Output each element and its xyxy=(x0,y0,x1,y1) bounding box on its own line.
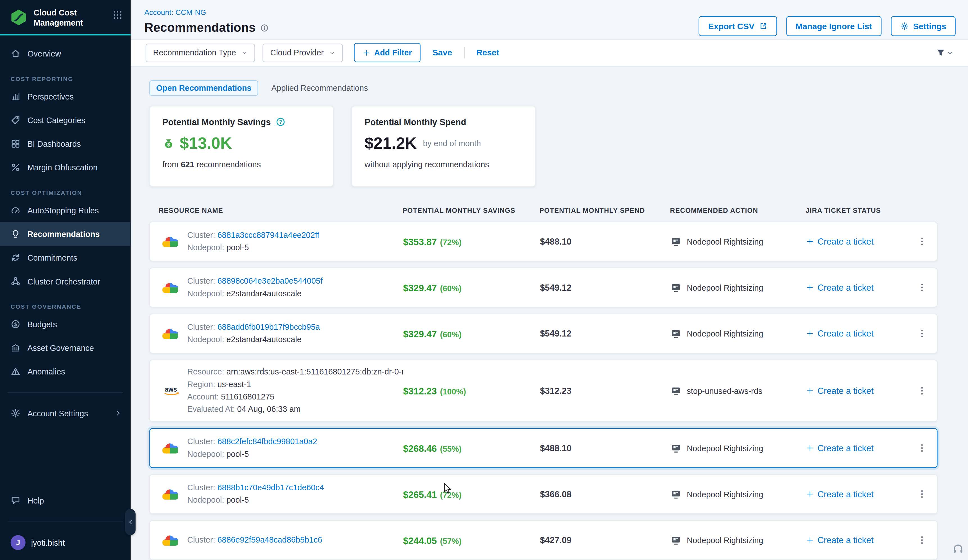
resource-link[interactable]: 6886e92f59a48cad86b5b1c6 xyxy=(217,535,322,545)
table-row[interactable]: Cluster: 68898c064e3e2ba0e544005fNodepoo… xyxy=(149,268,937,308)
create-ticket-button[interactable]: Create a ticket xyxy=(806,489,907,499)
resource-cell: Cluster: 688c2fefc84fbdc99801a0a2Nodepoo… xyxy=(159,436,403,461)
resource-line: Cluster: 6886e92f59a48cad86b5b1c6 xyxy=(187,534,322,546)
spend-cell: $427.09 xyxy=(540,535,671,545)
manage-ignore-list-button[interactable]: Manage Ignore List xyxy=(786,16,882,36)
resource-line: Cluster: 688c2fefc84fbdc99801a0a2 xyxy=(187,436,317,448)
kebab-icon xyxy=(917,443,927,453)
resource-cell: Cluster: 6886e92f59a48cad86b5b1c6 xyxy=(159,534,403,546)
plus-icon xyxy=(806,238,814,245)
sidebar-item-cluster-orchestrator[interactable]: Cluster Orchestrator xyxy=(0,269,131,293)
add-filter-button[interactable]: Add Filter xyxy=(354,43,421,63)
sidebar-item-budgets[interactable]: $Budgets xyxy=(0,312,131,336)
export-csv-button[interactable]: Export CSV xyxy=(699,16,777,36)
orchestrator-icon xyxy=(11,276,20,286)
sidebar-item-account-settings[interactable]: Account Settings xyxy=(0,401,131,425)
money-bag-icon: $ xyxy=(162,137,175,149)
resource-link[interactable]: 68898c064e3e2ba0e544005f xyxy=(217,276,322,286)
column-header-resource-name: RESOURCE NAME xyxy=(159,207,403,214)
resource-link[interactable]: 688add6fb019b17f9bccb95a xyxy=(217,323,320,332)
chevron-down-icon xyxy=(330,50,336,56)
plus-icon xyxy=(806,284,814,291)
recommendations-icon xyxy=(11,229,20,239)
chat-icon xyxy=(11,495,20,505)
summary-cards: Potential Monthly Savings ? $ $13.0K fro… xyxy=(149,106,968,187)
row-menu-button[interactable] xyxy=(907,443,937,453)
sidebar-header: Cloud Cost Management xyxy=(0,0,131,34)
table-row[interactable]: Cluster: 6888b1c70e49db17c1de60c4Nodepoo… xyxy=(149,474,937,514)
filter-bar: Recommendation TypeCloud Provider Add Fi… xyxy=(131,39,968,66)
help-circle-icon[interactable]: ? xyxy=(276,117,285,127)
sidebar-item-recommendations[interactable]: Recommendations xyxy=(0,222,131,246)
sidebar-item-help[interactable]: Help xyxy=(0,489,131,512)
apps-grid-icon[interactable] xyxy=(113,10,123,20)
row-menu-button[interactable] xyxy=(907,283,937,292)
create-ticket-button[interactable]: Create a ticket xyxy=(806,329,907,338)
table-row[interactable]: Cluster: 6881a3ccc887941a4ee202ffNodepoo… xyxy=(149,222,937,262)
monitor-icon xyxy=(671,236,681,247)
sidebar-section-label: COST REPORTING xyxy=(11,75,131,82)
recommended-action-cell: Nodepool Rightsizing xyxy=(671,489,806,500)
resource-line: Nodepool: e2standar4autoscale xyxy=(187,333,320,346)
sidebar-item-margin-obfuscation[interactable]: Margin Obfuscation xyxy=(0,156,131,179)
table-row[interactable]: Cluster: 688add6fb019b17f9bccb95aNodepoo… xyxy=(149,314,937,354)
row-menu-button[interactable] xyxy=(907,489,937,499)
account-breadcrumb[interactable]: Account: CCM-NG xyxy=(144,8,206,17)
sidebar-item-cost-categories[interactable]: Cost Categories xyxy=(0,108,131,132)
resource-line: Nodepool: pool-5 xyxy=(187,494,324,506)
sidebar-item-anomalies[interactable]: Anomalies xyxy=(0,360,131,383)
user-profile[interactable]: J jyoti.bisht xyxy=(0,530,131,560)
table-row[interactable]: Cluster: 6886e92f59a48cad86b5b1c6$244.05… xyxy=(149,520,937,560)
settings-button[interactable]: Settings xyxy=(891,16,956,36)
sidebar-item-overview[interactable]: Overview xyxy=(0,41,131,65)
savings-subtext: from 621 recommendations xyxy=(162,160,320,169)
sidebar-collapse-handle[interactable] xyxy=(125,509,136,535)
create-ticket-button[interactable]: Create a ticket xyxy=(806,237,907,246)
recommended-action-cell: stop-unused-aws-rds xyxy=(671,385,806,396)
sidebar-item-perspectives[interactable]: Perspectives xyxy=(0,84,131,108)
support-widget-icon[interactable] xyxy=(952,543,964,555)
row-menu-button[interactable] xyxy=(907,237,937,246)
resource-value: pool-5 xyxy=(226,243,249,252)
reset-filter-button[interactable]: Reset xyxy=(476,48,499,57)
sidebar-item-commitments[interactable]: Commitments xyxy=(0,246,131,269)
tab-applied-recommendations[interactable]: Applied Recommendations xyxy=(265,80,375,96)
table-row[interactable]: Cluster: 688c2fefc84fbdc99801a0a2Nodepoo… xyxy=(149,428,937,468)
resource-link[interactable]: 6888b1c70e49db17c1de60c4 xyxy=(217,483,324,492)
resource-value: 511616801275 xyxy=(221,392,274,401)
row-menu-button[interactable] xyxy=(907,535,937,545)
create-ticket-button[interactable]: Create a ticket xyxy=(806,386,907,396)
resource-link[interactable]: 6881a3ccc887941a4ee202ff xyxy=(217,230,319,240)
table-row[interactable]: awsResource: arn:aws:rds:us-east-1:51161… xyxy=(149,360,937,422)
save-filter-button[interactable]: Save xyxy=(433,48,452,57)
screen: Cloud Cost Management OverviewCOST REPOR… xyxy=(0,0,968,560)
resource-value: pool-5 xyxy=(226,495,249,505)
monitor-icon xyxy=(671,489,681,500)
commitments-icon xyxy=(11,253,20,263)
monitor-icon xyxy=(671,535,681,545)
chevron-down-icon xyxy=(947,50,953,56)
budgets-icon: $ xyxy=(11,319,20,329)
resource-line: Cluster: 68898c064e3e2ba0e544005f xyxy=(187,275,323,287)
create-ticket-button[interactable]: Create a ticket xyxy=(806,443,907,453)
filter-panel-button[interactable] xyxy=(936,48,953,58)
plus-icon xyxy=(806,330,814,337)
resource-link[interactable]: 688c2fefc84fbdc99801a0a2 xyxy=(217,437,317,446)
filter-dropdown-recommendation-type[interactable]: Recommendation Type xyxy=(146,43,255,62)
sidebar-item-bi-dashboards[interactable]: BI Dashboards xyxy=(0,132,131,156)
row-menu-button[interactable] xyxy=(907,329,937,338)
spend-cell: $366.08 xyxy=(540,489,671,499)
filter-dropdown-cloud-provider[interactable]: Cloud Provider xyxy=(263,43,343,62)
create-ticket-button[interactable]: Create a ticket xyxy=(806,283,907,292)
sidebar-item-asset-governance[interactable]: Asset Governance xyxy=(0,336,131,360)
row-menu-button[interactable] xyxy=(907,386,937,396)
resource-value: pool-5 xyxy=(226,449,249,459)
gear-icon xyxy=(900,22,909,31)
gcp-icon xyxy=(162,488,178,500)
info-icon[interactable] xyxy=(260,23,269,32)
resource-value: e2standar4autoscale xyxy=(226,335,301,344)
content-area: Open Recommendations Applied Recommendat… xyxy=(131,66,968,560)
tab-open-recommendations[interactable]: Open Recommendations xyxy=(149,80,258,96)
sidebar-item-autostopping-rules[interactable]: AutoStopping Rules xyxy=(0,199,131,222)
create-ticket-button[interactable]: Create a ticket xyxy=(806,535,907,545)
